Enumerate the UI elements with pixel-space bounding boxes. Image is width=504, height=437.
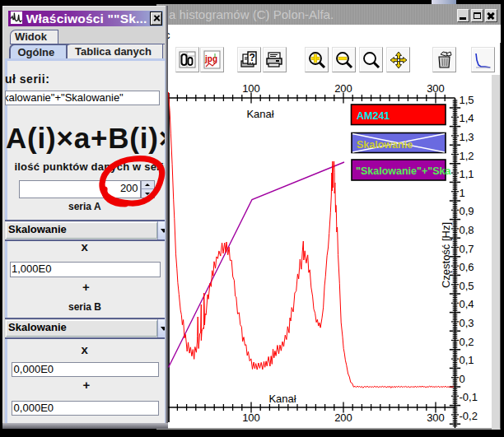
svg-text:?: ? — [250, 52, 255, 63]
svg-text:jpg: jpg — [204, 54, 217, 63]
